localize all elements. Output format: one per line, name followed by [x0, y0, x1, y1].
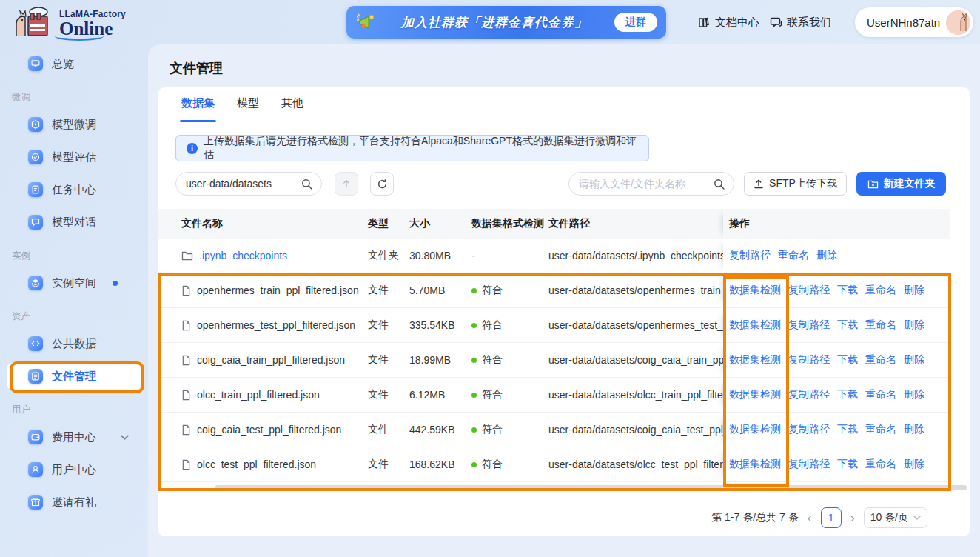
chevron-down-icon[interactable]: [121, 435, 129, 440]
file-name: coig_caia_train_ppl_filtered.json: [197, 354, 345, 366]
page-number-button[interactable]: 1: [821, 507, 842, 528]
llama-factory-logo-icon: [10, 6, 53, 40]
action-download[interactable]: 下载: [837, 388, 858, 401]
tab-other[interactable]: 其他: [281, 96, 303, 122]
action-copy-path[interactable]: 复制路径: [788, 284, 830, 297]
action-rename[interactable]: 重命名: [865, 284, 896, 297]
sidebar-item-model-chat[interactable]: 模型对话: [0, 206, 148, 239]
table-row: olcc_test_ppl_filtered.json 文件 168.62KB …: [158, 447, 950, 482]
docs-center-link[interactable]: 文档中心: [698, 0, 759, 44]
file-icon: [181, 390, 191, 401]
file-manager-card: 数据集 模型 其他 i 上传数据集后请先进行格式检测，平台支持符合Alpaca和…: [158, 87, 970, 536]
action-rename[interactable]: 重命名: [865, 318, 896, 332]
action-dataset-check[interactable]: 数据集检测: [729, 318, 781, 332]
search-icon[interactable]: [301, 179, 312, 190]
action-copy-path[interactable]: 复制路径: [729, 249, 771, 262]
refresh-button[interactable]: [370, 172, 394, 196]
next-page-button[interactable]: ›: [849, 511, 856, 524]
action-copy-path[interactable]: 复制路径: [788, 458, 830, 471]
action-delete[interactable]: 删除: [816, 249, 837, 262]
action-dataset-check[interactable]: 数据集检测: [729, 423, 781, 436]
action-copy-path[interactable]: 复制路径: [788, 423, 830, 436]
notification-dot: [113, 281, 118, 286]
promo-banner: 加入社群获「进群金喜代金券」 进群: [346, 6, 666, 39]
sidebar-item-model-finetune[interactable]: 模型微调: [0, 108, 148, 141]
monitor-icon: [28, 56, 43, 71]
ai-chat-icon: [28, 215, 43, 230]
col-header-format-check: 数据集格式检测: [471, 217, 548, 230]
sftp-upload-download-button[interactable]: SFTP上传下载: [744, 172, 847, 196]
layers-icon: [28, 276, 43, 290]
new-folder-button[interactable]: 新建文件夹: [856, 172, 946, 196]
sidebar-item-billing-center[interactable]: 费用中心: [0, 421, 148, 453]
action-dataset-check[interactable]: 数据集检测: [729, 353, 781, 367]
action-rename[interactable]: 重命名: [865, 353, 896, 367]
action-rename[interactable]: 重命名: [865, 423, 896, 436]
action-rename[interactable]: 重命名: [865, 458, 896, 471]
action-delete[interactable]: 删除: [904, 318, 924, 332]
action-download[interactable]: 下载: [837, 353, 858, 367]
file-table: 文件名称 类型 大小 数据集格式检测 文件路径 操作 .ipynb_checkp…: [158, 209, 950, 482]
sidebar-item-instance-space[interactable]: 实例空间: [0, 267, 148, 299]
action-dataset-check[interactable]: 数据集检测: [729, 458, 781, 471]
table-row: coig_caia_train_ppl_filtered.json 文件 18.…: [158, 343, 950, 378]
user-menu[interactable]: UserNHn87atn: [855, 7, 973, 37]
sidebar-item-task-center[interactable]: 任务中心: [0, 173, 148, 206]
docs-icon: [698, 16, 711, 29]
action-delete[interactable]: 删除: [904, 388, 924, 401]
sidebar-section-finetune: 微调: [0, 80, 148, 108]
user-name: UserNHn87atn: [867, 16, 940, 29]
action-download[interactable]: 下载: [837, 284, 858, 297]
join-group-button[interactable]: 进群: [614, 13, 657, 32]
status-dot: [471, 427, 477, 433]
search-input[interactable]: [568, 172, 734, 196]
tab-datasets[interactable]: 数据集: [181, 96, 215, 122]
sidebar-item-overview[interactable]: 总览: [0, 47, 148, 80]
status-dot: [471, 462, 477, 467]
sidebar-item-model-eval[interactable]: 模型评估: [0, 141, 148, 173]
folder-icon: [181, 250, 193, 261]
action-download[interactable]: 下载: [837, 423, 858, 436]
path-input[interactable]: [175, 172, 322, 196]
action-rename[interactable]: 重命名: [778, 249, 809, 262]
sidebar-item-user-center[interactable]: 用户中心: [0, 453, 148, 486]
action-delete[interactable]: 删除: [904, 353, 924, 367]
search-icon[interactable]: [714, 179, 725, 190]
hexagon-icon: [28, 117, 43, 132]
status-dot: [471, 393, 477, 398]
action-rename[interactable]: 重命名: [865, 388, 896, 401]
file-name: openhermes_train_ppl_filtered.json: [197, 284, 359, 296]
action-copy-path[interactable]: 复制路径: [788, 353, 830, 367]
action-delete[interactable]: 删除: [904, 284, 924, 297]
file-name: olcc_test_ppl_filtered.json: [197, 458, 316, 470]
file-name: openhermes_test_ppl_filtered.json: [197, 319, 355, 331]
pagination-summary: 第 1-7 条/总共 7 条: [711, 511, 798, 524]
prev-page-button[interactable]: ‹: [806, 511, 813, 524]
brand-logo[interactable]: LLaMA-Factory Online: [10, 6, 126, 40]
sidebar-item-invite[interactable]: 邀请有礼: [0, 486, 148, 518]
action-copy-path[interactable]: 复制路径: [788, 318, 830, 332]
sidebar-section-user: 用户: [0, 393, 148, 421]
wallet-icon: [28, 430, 43, 444]
info-alert: i 上传数据集后请先进行格式检测，平台支持符合Alpaca和ShareGPT格式…: [175, 135, 649, 161]
action-download[interactable]: 下载: [837, 458, 858, 471]
sidebar-item-public-data[interactable]: 公共数据: [0, 327, 148, 360]
action-download[interactable]: 下载: [837, 318, 858, 332]
action-dataset-check[interactable]: 数据集检测: [729, 388, 781, 401]
horizontal-scrollbar[interactable]: [215, 485, 967, 490]
col-header-size: 大小: [409, 217, 471, 230]
sidebar-item-file-management[interactable]: 文件管理: [7, 363, 141, 390]
page-size-select[interactable]: 10 条/页: [864, 507, 927, 528]
action-delete[interactable]: 删除: [904, 458, 924, 471]
app-window: LLaMA-Factory Online 加入社群获「进群金喜代金券」 进群 文…: [0, 0, 980, 557]
file-name: olcc_train_ppl_filtered.json: [197, 389, 320, 401]
info-alert-text: 上传数据集后请先进行格式检测，平台支持符合Alpaca和ShareGPT格式的数…: [204, 135, 638, 161]
action-delete[interactable]: 删除: [904, 423, 924, 436]
brand-line2: Online: [59, 19, 126, 38]
tab-models[interactable]: 模型: [237, 96, 259, 122]
up-directory-button[interactable]: [335, 172, 358, 196]
contact-us-link[interactable]: 联系我们: [770, 0, 831, 44]
action-copy-path[interactable]: 复制路径: [788, 388, 830, 401]
folder-name-link[interactable]: .ipynb_checkpoints: [199, 250, 287, 261]
action-dataset-check[interactable]: 数据集检测: [729, 284, 781, 297]
